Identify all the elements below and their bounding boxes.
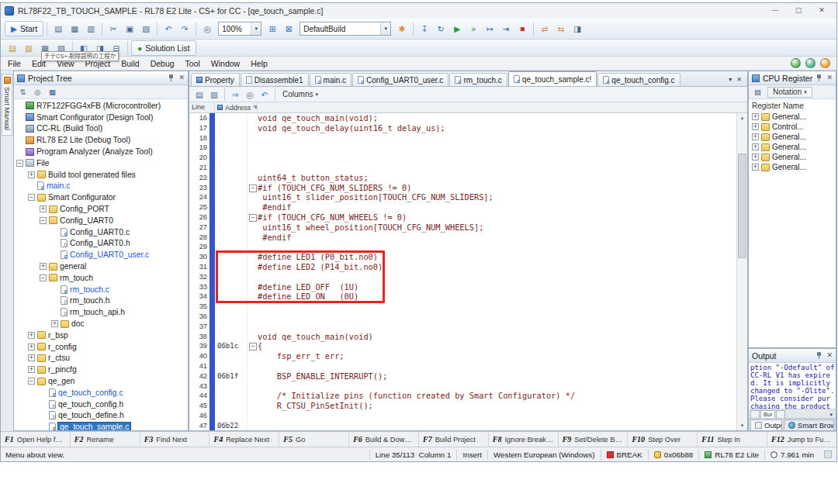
- menu-file[interactable]: File: [2, 57, 26, 70]
- line-number[interactable]: 21: [189, 163, 210, 173]
- code-line[interactable]: 34#define LED_ON (0U): [189, 292, 747, 302]
- print-icon[interactable]: ▥: [83, 22, 99, 36]
- tree-item[interactable]: CC-RL (Build Tool): [14, 123, 188, 135]
- tree-item[interactable]: +Build tool generated files: [14, 169, 188, 181]
- line-number[interactable]: 41: [189, 361, 210, 371]
- line-number[interactable]: 46: [189, 411, 210, 421]
- columns-menu-button[interactable]: Columns ▾: [278, 88, 323, 101]
- code-line[interactable]: 24 uint16_t slider_position[TOUCH_CFG_NU…: [189, 192, 747, 202]
- expander-icon[interactable]: +: [28, 332, 35, 339]
- disconnect-icon[interactable]: ⇆: [553, 22, 569, 36]
- function-key-f6[interactable]: F6Build & Downl...: [348, 432, 418, 447]
- close-icon[interactable]: ✕: [826, 74, 833, 81]
- line-number[interactable]: 25: [189, 202, 210, 212]
- code-line[interactable]: 16void qe_touch_main(void);: [189, 113, 747, 123]
- expander-icon[interactable]: +: [28, 354, 35, 361]
- code-line[interactable]: 41: [189, 361, 747, 371]
- close-icon[interactable]: ✕: [178, 74, 185, 81]
- output-tab-output[interactable]: Output: [750, 419, 782, 430]
- green-smiley-icon[interactable]: [791, 58, 801, 68]
- output-mini-tab[interactable]: [750, 410, 760, 418]
- code-line[interactable]: 30#define LED1 (P0_bit.no0): [189, 252, 747, 262]
- tree-item[interactable]: +doc: [14, 318, 188, 330]
- function-key-f5[interactable]: F5Go: [279, 432, 348, 447]
- tree-item[interactable]: +r_bsp: [14, 330, 188, 341]
- download-icon[interactable]: ↧: [417, 22, 432, 36]
- line-number[interactable]: 19: [189, 143, 210, 153]
- function-key-f8[interactable]: F8Ignore Break a...: [488, 432, 558, 447]
- tree-item[interactable]: rm_touch_api.h: [14, 306, 188, 318]
- hammer-icon[interactable]: ✱: [394, 22, 410, 36]
- pin-icon[interactable]: [816, 74, 822, 81]
- code-line[interactable]: 26#if (TOUCH_CFG_NUM_WHEELS != 0): [189, 212, 747, 223]
- register-row[interactable]: +Control...: [749, 122, 836, 132]
- function-key-f1[interactable]: F1Open Help for...: [1, 432, 70, 447]
- function-key-f9[interactable]: F9Set/Delete Bre...: [558, 432, 628, 447]
- expander-icon[interactable]: +: [40, 263, 47, 270]
- tree-item[interactable]: +Config_PORT: [14, 203, 188, 215]
- line-number[interactable]: 38: [189, 332, 210, 342]
- minimize-button[interactable]: —: [769, 5, 781, 16]
- code-editor[interactable]: 16void qe_touch_main(void);17void qe_tou…: [189, 113, 747, 430]
- expander-icon[interactable]: +: [752, 133, 759, 140]
- step-in-icon[interactable]: ↦: [482, 22, 497, 36]
- code-line[interactable]: 27 uint16_t wheel_position[TOUCH_CFG_NUM…: [189, 223, 747, 233]
- rebuild-icon[interactable]: ⊠: [281, 22, 296, 36]
- maximize-button[interactable]: ▢: [792, 5, 805, 16]
- tree-item[interactable]: Program Analyzer (Analyze Tool): [14, 146, 188, 157]
- smart-manual-tab[interactable]: Smart Manual: [2, 74, 12, 136]
- fold-collapse-icon[interactable]: [248, 183, 258, 193]
- menu-help[interactable]: Help: [245, 57, 273, 70]
- tree-item[interactable]: rm_touch.c: [14, 284, 188, 295]
- code-line[interactable]: 45 R_CTSU_PinSetInit();: [189, 401, 747, 411]
- code-line[interactable]: 21: [189, 163, 747, 173]
- line-number[interactable]: 24: [189, 192, 210, 202]
- tree-item[interactable]: Smart Configurator (Design Tool): [14, 112, 188, 123]
- orange-smiley-icon[interactable]: [820, 58, 830, 68]
- line-number[interactable]: 36: [189, 312, 210, 322]
- address-column-header[interactable]: Address ✎: [215, 102, 258, 112]
- code-line[interactable]: 33#define LED_OFF (1U): [189, 282, 747, 292]
- code-line[interactable]: 38void qe_touch_main(void): [189, 332, 747, 342]
- tree-item[interactable]: qe_touch_config.c: [14, 387, 188, 399]
- tree-item[interactable]: qe_touch_config.h: [14, 399, 188, 410]
- search-icon[interactable]: ◎: [243, 88, 257, 101]
- tree-item[interactable]: Config_UART0.c: [14, 226, 188, 238]
- tree-item[interactable]: +r_config: [14, 341, 188, 353]
- line-number[interactable]: 40: [189, 351, 210, 361]
- code-line[interactable]: 32: [189, 272, 747, 282]
- code-line[interactable]: 4206b1f BSP_ENABLE_INTERRUPT();: [189, 371, 747, 381]
- code-line[interactable]: 44 /* Initialize pins (function created …: [189, 391, 747, 401]
- line-number[interactable]: 18: [189, 133, 210, 143]
- step-over-icon[interactable]: ⇥: [498, 22, 514, 36]
- function-key-f4[interactable]: F4Replace Next: [209, 432, 279, 447]
- undo-icon[interactable]: ↶: [161, 22, 176, 36]
- register-view-icon[interactable]: ▤: [751, 86, 764, 98]
- editor-tab[interactable]: qe_touch_sample.c!: [508, 71, 597, 86]
- tree-item[interactable]: qe_touch_define.h: [14, 410, 188, 422]
- expander-icon[interactable]: +: [752, 164, 759, 171]
- line-number[interactable]: 39: [189, 341, 210, 351]
- expander-icon[interactable]: +: [752, 143, 759, 150]
- panel-layout-icon[interactable]: ◨: [570, 22, 585, 36]
- tree-item[interactable]: rm_touch.h: [14, 295, 188, 307]
- editor-tab[interactable]: qe_touch_config.c: [597, 73, 680, 86]
- code-line[interactable]: 20: [189, 153, 747, 163]
- new-document-icon[interactable]: ▤: [50, 22, 66, 36]
- output-tab-smart-browser[interactable]: Smart Browser: [784, 419, 834, 430]
- code-line[interactable]: 35: [189, 302, 747, 312]
- go-icon[interactable]: ▶: [449, 22, 465, 36]
- line-number[interactable]: 43: [189, 381, 210, 392]
- find-icon[interactable]: ◎: [199, 22, 215, 36]
- pin-icon[interactable]: [816, 352, 822, 359]
- line-number[interactable]: 42: [189, 371, 210, 381]
- next-document-icon[interactable]: ▥: [207, 88, 221, 101]
- zoom-select[interactable]: 100%▾: [218, 22, 261, 36]
- code-line[interactable]: 19: [189, 143, 747, 153]
- expander-icon[interactable]: +: [28, 343, 35, 350]
- code-line[interactable]: 36: [189, 312, 747, 322]
- close-button[interactable]: ✕: [815, 5, 828, 16]
- reset-icon[interactable]: ↻: [433, 22, 448, 36]
- add-folder-icon[interactable]: ▥: [21, 40, 36, 55]
- expander-icon[interactable]: +: [752, 123, 759, 130]
